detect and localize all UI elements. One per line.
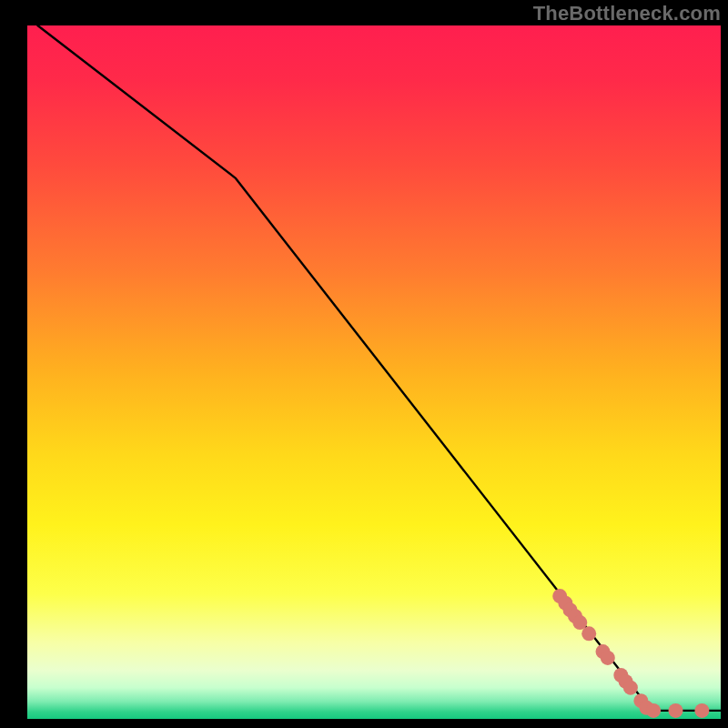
marker-point [601, 651, 615, 665]
marker-point [623, 681, 638, 695]
watermark-text: TheBottleneck.com [533, 2, 721, 25]
marker-point [646, 703, 661, 718]
marker-point [694, 703, 709, 718]
chart-frame: TheBottleneck.com [0, 0, 728, 728]
marker-point [581, 626, 596, 641]
chart-svg [0, 0, 728, 728]
plot-background [27, 25, 721, 719]
marker-point [669, 703, 683, 718]
